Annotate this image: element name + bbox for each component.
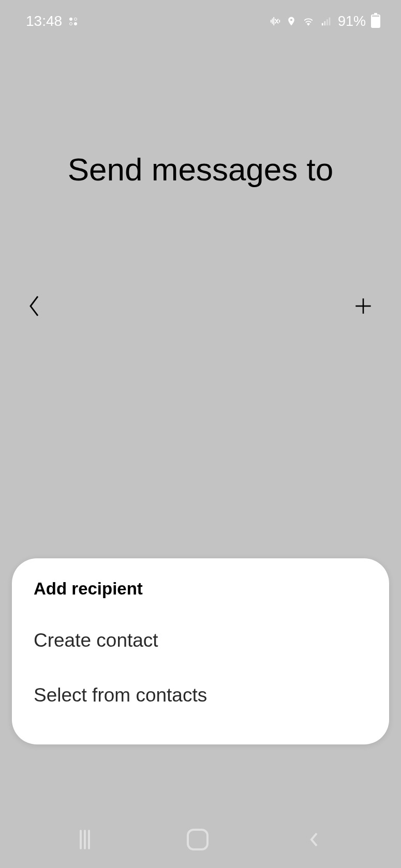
chevron-back-icon	[27, 294, 41, 318]
svg-rect-2	[324, 21, 325, 25]
recent-apps-icon	[80, 830, 90, 849]
navigation-bar	[0, 811, 401, 868]
back-button[interactable]	[22, 288, 47, 324]
page-title: Send messages to	[0, 151, 401, 188]
home-icon	[187, 829, 209, 850]
status-right: 91%	[270, 13, 380, 29]
nav-back-icon	[306, 829, 321, 850]
create-contact-option[interactable]: Create contact	[12, 613, 389, 668]
popup-title: Add recipient	[12, 579, 389, 613]
svg-rect-1	[322, 23, 323, 26]
status-indicator-icon	[69, 18, 77, 25]
battery-percent: 91%	[338, 13, 366, 29]
plus-icon	[352, 295, 374, 317]
status-bar: 13:48 91%	[0, 0, 401, 35]
svg-point-0	[290, 19, 292, 21]
nav-back-button[interactable]	[300, 823, 328, 856]
svg-rect-4	[329, 18, 331, 26]
add-button[interactable]	[347, 290, 379, 322]
wifi-icon	[302, 16, 315, 27]
status-left: 13:48	[26, 13, 77, 29]
vibrate-icon	[270, 16, 281, 27]
action-bar	[0, 288, 401, 324]
status-time: 13:48	[26, 13, 62, 29]
select-from-contacts-option[interactable]: Select from contacts	[12, 668, 389, 723]
signal-icon	[320, 16, 333, 27]
nav-recent-button[interactable]	[73, 824, 96, 856]
add-recipient-popup: Add recipient Create contact Select from…	[12, 558, 389, 744]
svg-rect-3	[326, 19, 328, 25]
nav-home-button[interactable]	[181, 823, 215, 857]
battery-icon	[371, 14, 380, 28]
location-icon	[286, 16, 296, 27]
